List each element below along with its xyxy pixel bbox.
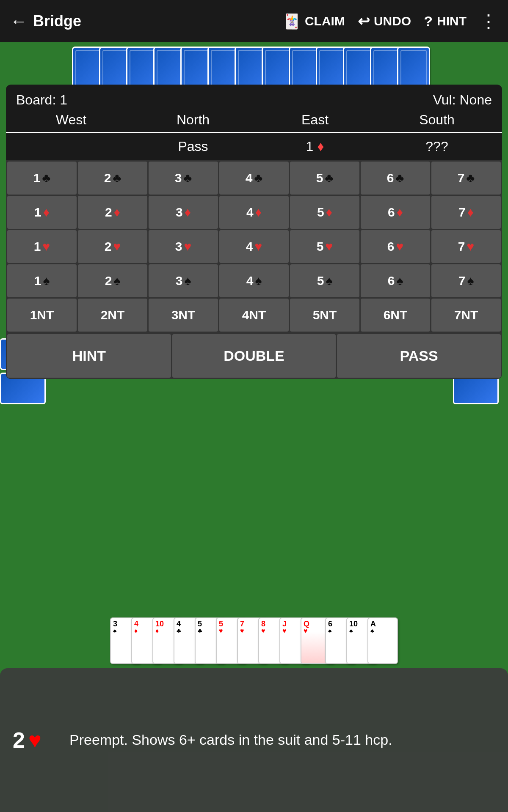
bid-3nt[interactable]: 3NT (149, 299, 218, 332)
bid-history: Pass 1 ♦ ??? (6, 133, 502, 160)
bid-south: ??? (376, 139, 498, 154)
bid-5h[interactable]: 5♥ (290, 230, 359, 263)
bid-1d[interactable]: 1♦ (7, 196, 77, 229)
bid-2h[interactable]: 2♥ (78, 230, 147, 263)
bid-7h[interactable]: 7♥ (431, 230, 501, 263)
bid-grid: 1♣ 2♣ 3♣ 4♣ 5♣ 6♣ 7♣ 1♦ 2♦ 3♦ 4♦ 5♦ 6♦ 7… (6, 160, 502, 333)
bid-4h[interactable]: 4♥ (219, 230, 289, 263)
bid-5c[interactable]: 5♣ (290, 162, 359, 195)
bid-6d[interactable]: 6♦ (361, 196, 430, 229)
col-south: South (376, 112, 498, 128)
bid-3c[interactable]: 3♣ (149, 162, 218, 195)
bid-7c[interactable]: 7♣ (431, 162, 501, 195)
bid-5nt[interactable]: 5NT (290, 299, 359, 332)
bid-4nt[interactable]: 4NT (219, 299, 289, 332)
bid-1nt[interactable]: 1NT (7, 299, 77, 332)
hint-icon: ? (424, 13, 433, 30)
col-east: East (254, 112, 376, 128)
bid-4c[interactable]: 4♣ (219, 162, 289, 195)
undo-icon: ↩ (358, 13, 370, 30)
hint-action-button[interactable]: HINT (7, 334, 171, 378)
bid-4s[interactable]: 4♠ (219, 264, 289, 297)
bid-1c[interactable]: 1♣ (7, 162, 77, 195)
south-hand-area: 3♠ 4♦ 10♦ 4♣ 5♣ 5♥ 7♥ (0, 584, 508, 668)
bid-2s[interactable]: 2♠ (78, 264, 147, 297)
top-bar: ← Bridge 🃏 CLAIM ↩ UNDO ? HINT ⋮ (0, 0, 508, 42)
bid-2nt[interactable]: 2NT (78, 299, 147, 332)
bid-1h[interactable]: 1♥ (7, 230, 77, 263)
bid-7nt[interactable]: 7NT (431, 299, 501, 332)
bid-3s[interactable]: 3♠ (149, 264, 218, 297)
bid-2c[interactable]: 2♣ (78, 162, 147, 195)
bid-2d[interactable]: 2♦ (78, 196, 147, 229)
card-as[interactable]: A♠ (367, 617, 398, 664)
bid-east: 1 ♦ (254, 139, 376, 154)
undo-label: UNDO (374, 14, 411, 28)
bid-6h[interactable]: 6♥ (361, 230, 430, 263)
app-title: Bridge (33, 12, 81, 30)
bid-1s[interactable]: 1♠ (7, 264, 77, 297)
claim-icon: 🃏 (283, 13, 301, 30)
undo-button[interactable]: ↩ UNDO (358, 13, 411, 30)
claim-button[interactable]: 🃏 CLAIM (283, 13, 345, 30)
back-arrow-icon: ← (10, 12, 27, 31)
double-button[interactable]: DOUBLE (172, 334, 336, 378)
vul-label: Vul: None (433, 92, 492, 108)
bid-5s[interactable]: 5♠ (290, 264, 359, 297)
action-buttons: HINT DOUBLE PASS (6, 333, 502, 379)
bid-6nt[interactable]: 6NT (361, 299, 430, 332)
column-headers: West North East South (6, 112, 502, 133)
back-button[interactable]: ← Bridge (10, 12, 283, 31)
board-info: Board: 1 Vul: None (6, 85, 502, 112)
bid-7d[interactable]: 7♦ (431, 196, 501, 229)
hint-panel: 2 ♥ Preempt. Shows 6+ cards in the suit … (0, 668, 508, 812)
col-west: West (10, 112, 132, 128)
claim-label: CLAIM (305, 14, 345, 28)
top-actions: 🃏 CLAIM ↩ UNDO ? HINT ⋮ (283, 12, 498, 30)
hint-bid-display: 2 ♥ (13, 727, 59, 753)
bidding-panel: Board: 1 Vul: None West North East South… (6, 85, 502, 379)
more-options-button[interactable]: ⋮ (479, 12, 498, 30)
bid-7s[interactable]: 7♠ (431, 264, 501, 297)
hint-button[interactable]: ? HINT (424, 13, 467, 30)
bid-north: Pass (132, 139, 254, 154)
bid-3d[interactable]: 3♦ (149, 196, 218, 229)
south-hand: 3♠ 4♦ 10♦ 4♣ 5♣ 5♥ 7♥ (110, 588, 398, 664)
bid-6s[interactable]: 6♠ (361, 264, 430, 297)
bid-6c[interactable]: 6♣ (361, 162, 430, 195)
board-label: Board: 1 (16, 92, 67, 108)
bid-west (10, 139, 132, 154)
main-content: Board: 1 Vul: None West North East South… (0, 42, 508, 812)
hint-bid-suit: ♥ (28, 727, 41, 753)
bid-3h[interactable]: 3♥ (149, 230, 218, 263)
hint-text: Preempt. Shows 6+ cards in the suit and … (69, 730, 392, 750)
hint-label: HINT (437, 14, 467, 28)
col-north: North (132, 112, 254, 128)
pass-button[interactable]: PASS (337, 334, 501, 378)
bid-4d[interactable]: 4♦ (219, 196, 289, 229)
hint-bid-number: 2 (13, 727, 25, 753)
bid-5d[interactable]: 5♦ (290, 196, 359, 229)
